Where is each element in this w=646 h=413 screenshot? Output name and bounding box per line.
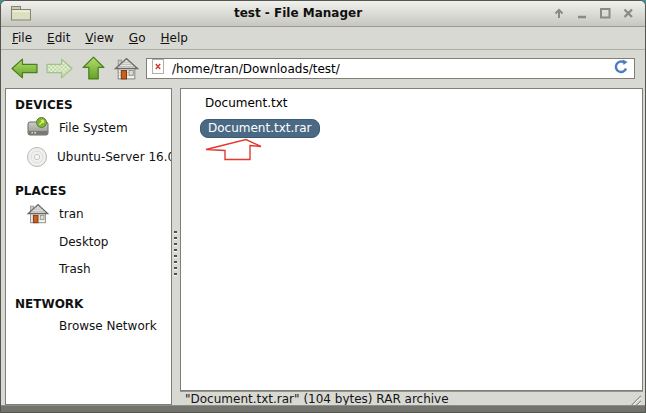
home-button[interactable] bbox=[113, 56, 140, 81]
sidebar-item-tran[interactable]: tran bbox=[6, 199, 171, 228]
minimize-button[interactable] bbox=[574, 5, 590, 21]
file-item-document-txt[interactable]: Document.txt bbox=[205, 96, 288, 110]
sidebar-item-desktop[interactable]: Desktop bbox=[6, 228, 171, 255]
forward-button[interactable] bbox=[46, 56, 73, 81]
sidebar-item-label: Ubuntu-Server 16.0... bbox=[57, 150, 172, 164]
sidebar-item-label: tran bbox=[59, 207, 84, 221]
menu-help[interactable]: Help bbox=[156, 27, 191, 49]
file-item-document-txt-rar-selected[interactable]: Document.txt.rar bbox=[200, 119, 320, 138]
address-bar[interactable]: /home/tran/Downloads/test/ bbox=[146, 58, 635, 79]
back-button[interactable] bbox=[11, 56, 38, 81]
statusbar-text: "Document.txt.rar" (104 bytes) RAR archi… bbox=[185, 392, 449, 406]
sidebar-item-trash[interactable]: Trash bbox=[6, 255, 171, 282]
menubar: File Edit View Go Help bbox=[1, 27, 645, 50]
missing-file-icon bbox=[152, 59, 164, 78]
address-input[interactable]: /home/tran/Downloads/test/ bbox=[172, 62, 613, 76]
sidebar-header-devices: DEVICES bbox=[15, 98, 171, 113]
file-list-view[interactable]: Document.txt Document.txt.rar bbox=[180, 88, 643, 391]
home-icon bbox=[26, 202, 50, 225]
window-controls bbox=[551, 5, 636, 21]
sidebar-item-label: File System bbox=[59, 121, 128, 135]
folder-icon bbox=[10, 4, 32, 22]
window-bottom-frame bbox=[1, 405, 645, 412]
red-up-arrow-annotation bbox=[203, 137, 265, 165]
sidebar-item-ubuntu-server[interactable]: Ubuntu-Server 16.0... bbox=[6, 142, 171, 171]
close-button[interactable] bbox=[620, 5, 636, 21]
menu-go[interactable]: Go bbox=[125, 27, 150, 49]
sidebar-header-network: NETWORK bbox=[15, 297, 171, 312]
sidebar-item-label: Desktop bbox=[59, 235, 109, 249]
sidebar-item-browse-network[interactable]: Browse Network bbox=[6, 312, 171, 339]
splitter-grip-dots bbox=[174, 231, 177, 277]
file-manager-window: test - File Manager File Edit View bbox=[0, 0, 646, 413]
titlebar[interactable]: test - File Manager bbox=[1, 1, 645, 27]
menu-view[interactable]: View bbox=[81, 27, 117, 49]
up-button[interactable] bbox=[80, 56, 107, 81]
menu-edit[interactable]: Edit bbox=[43, 27, 74, 49]
toolbar: /home/tran/Downloads/test/ bbox=[1, 50, 645, 87]
menu-file[interactable]: File bbox=[8, 27, 36, 49]
maximize-button[interactable] bbox=[597, 5, 613, 21]
sidebar-item-label: Trash bbox=[59, 262, 91, 276]
hard-drive-icon bbox=[26, 116, 50, 139]
sidebar-item-file-system[interactable]: File System bbox=[6, 113, 171, 142]
sidebar-item-label: Browse Network bbox=[59, 319, 157, 333]
desktop-background: test - File Manager File Edit View bbox=[0, 0, 646, 413]
window-title: test - File Manager bbox=[61, 6, 535, 20]
side-pane: DEVICES File System bbox=[5, 88, 172, 405]
sidebar-header-places: PLACES bbox=[15, 184, 171, 199]
pane-splitter[interactable] bbox=[172, 88, 180, 405]
refresh-icon[interactable] bbox=[613, 59, 629, 79]
optical-disc-icon bbox=[26, 146, 48, 168]
shade-button[interactable] bbox=[551, 5, 567, 21]
